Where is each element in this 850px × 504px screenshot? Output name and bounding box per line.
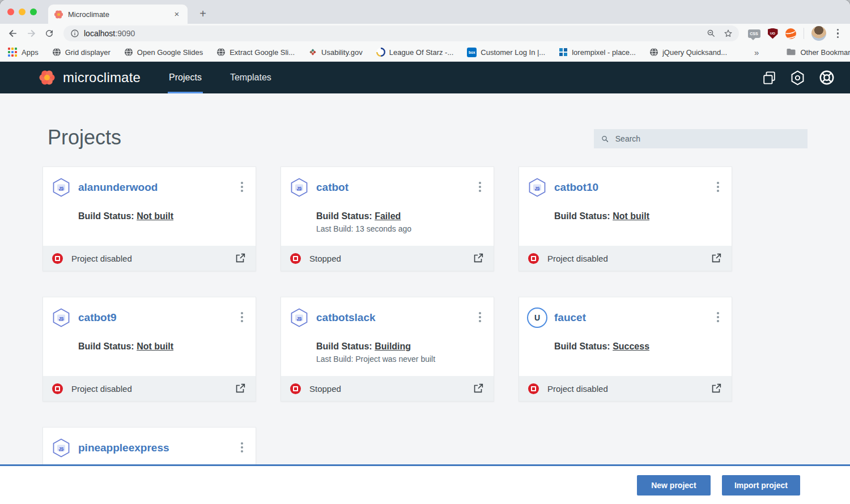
bookmarks-bar: Apps Grid displayer Open Google Slides E… (0, 43, 850, 62)
build-status-row: Build Status: Not built (78, 341, 246, 352)
build-status-label: Build Status: (554, 341, 610, 351)
bookmark-item[interactable]: Extract Google Sli... (216, 48, 295, 57)
search-box[interactable] (594, 129, 808, 148)
favicon-swirl-icon (376, 48, 385, 57)
nav-tab-templates[interactable]: Templates (229, 62, 273, 93)
address-bar[interactable]: localhost:9090 (63, 25, 739, 41)
import-project-button[interactable]: Import project (722, 475, 800, 496)
project-name-link[interactable]: alanunderwood (78, 181, 158, 194)
browser-tab[interactable]: Microclimate × (48, 5, 188, 24)
last-build-text: Last Build: Project was never built (316, 354, 484, 364)
open-app-icon[interactable] (710, 252, 722, 264)
build-status-label: Build Status: (316, 341, 372, 351)
project-name-link[interactable]: faucet (554, 311, 586, 324)
project-status-bar: Project disabled (43, 246, 256, 271)
build-status-value[interactable]: Not built (613, 211, 649, 221)
settings-icon[interactable] (789, 70, 806, 86)
js-language-icon: JS (51, 177, 71, 198)
bookmarks-overflow-button[interactable]: » (754, 48, 759, 57)
app-header: microclimate Projects Templates (0, 62, 850, 93)
open-app-icon[interactable] (234, 252, 246, 264)
docs-icon[interactable] (762, 70, 777, 86)
project-status-bar: Project disabled (519, 246, 732, 271)
project-name-link[interactable]: pineappleexpress (78, 442, 169, 454)
close-tab-icon[interactable]: × (172, 9, 182, 19)
build-status-value[interactable]: Building (375, 341, 411, 351)
minimize-window-button[interactable] (19, 8, 26, 15)
project-card: U faucet Build Status: Success Project d… (518, 297, 732, 402)
build-status-value[interactable]: Not built (137, 341, 173, 351)
other-bookmarks-button[interactable]: Other Bookmarks (786, 47, 850, 57)
build-status-label: Build Status: (78, 211, 134, 221)
build-status-row: Build Status: Success (554, 341, 722, 352)
build-status-value[interactable]: Not built (137, 211, 173, 221)
search-input[interactable] (615, 134, 801, 143)
build-status-row: Build Status: Not built (554, 211, 722, 221)
project-status-text: Project disabled (547, 254, 608, 263)
bookmark-item[interactable]: League Of Starz -... (376, 48, 453, 57)
project-status-bar: Project disabled (43, 376, 256, 401)
project-card: JS catbot9 Build Status: Not built Proje… (42, 297, 256, 402)
overflow-menu-icon[interactable] (475, 181, 484, 194)
favicon-box-icon: box (467, 48, 477, 57)
site-info-icon[interactable] (70, 29, 79, 38)
overflow-menu-icon[interactable] (475, 311, 484, 324)
extensions-row: CSS UO (742, 26, 845, 41)
project-name-link[interactable]: catbot9 (78, 311, 117, 324)
build-status-value[interactable]: Success (613, 341, 649, 351)
overflow-menu-icon[interactable] (713, 181, 722, 194)
open-app-icon[interactable] (234, 382, 246, 395)
profile-avatar[interactable] (811, 26, 826, 41)
overflow-menu-icon[interactable] (237, 181, 246, 194)
bookmark-item[interactable]: Open Google Slides (124, 48, 203, 57)
project-name-link[interactable]: catbot (316, 181, 348, 194)
favicon-globe-icon (649, 48, 658, 57)
new-project-button[interactable]: New project (637, 475, 711, 496)
app-nav: Projects Templates (168, 62, 299, 93)
overflow-menu-icon[interactable] (237, 311, 246, 324)
overflow-menu-icon[interactable] (237, 441, 246, 455)
css-extension-icon[interactable]: CSS (748, 29, 760, 38)
stopped-status-icon (52, 253, 63, 264)
open-app-icon[interactable] (710, 382, 722, 395)
bookmark-item[interactable]: Grid displayer (52, 48, 110, 57)
fullscreen-window-button[interactable] (30, 8, 37, 15)
favicon-diamond-icon (308, 48, 317, 57)
js-language-icon: JS (51, 438, 71, 458)
bookmark-item[interactable]: lorempixel - place... (559, 48, 636, 57)
build-status-row: Build Status: Building (316, 341, 484, 352)
project-status-text: Project disabled (547, 384, 608, 394)
open-app-icon[interactable] (472, 382, 484, 395)
toolbar-divider (804, 28, 804, 39)
forward-button[interactable] (24, 26, 39, 41)
bookmark-item[interactable]: jQuery Quicksand... (649, 48, 727, 57)
ublock-extension-icon[interactable]: UO (768, 28, 778, 39)
microclimate-favicon-icon (54, 10, 63, 19)
bookmark-star-icon[interactable] (723, 28, 733, 39)
project-card: JS catbot10 Build Status: Not built Proj… (518, 166, 732, 271)
orange-extension-icon[interactable] (785, 28, 796, 39)
overflow-menu-icon[interactable] (713, 311, 722, 324)
project-name-link[interactable]: catbot10 (554, 181, 598, 194)
new-tab-button[interactable]: + (196, 7, 210, 22)
close-window-button[interactable] (7, 8, 14, 15)
nav-tab-projects[interactable]: Projects (168, 62, 203, 93)
bookmark-item[interactable]: box Customer Log In |... (467, 48, 545, 57)
project-name-link[interactable]: catbotslack (316, 311, 376, 324)
build-status-value[interactable]: Failed (375, 211, 401, 221)
help-icon[interactable] (818, 69, 835, 86)
favicon-globe-icon (124, 48, 133, 57)
bookmark-item[interactable]: Usability.gov (308, 48, 363, 57)
favicon-globe-icon (216, 48, 226, 57)
apps-shortcut[interactable]: Apps (8, 48, 39, 57)
back-button[interactable] (6, 26, 20, 41)
reload-button[interactable] (42, 26, 57, 41)
chrome-menu-icon[interactable] (834, 27, 843, 41)
last-build-text: Last Build: 13 seconds ago (316, 224, 484, 233)
stopped-status-icon (528, 383, 539, 394)
favicon-globe-icon (52, 48, 61, 57)
open-app-icon[interactable] (472, 252, 484, 264)
js-language-icon: JS (289, 307, 309, 328)
favicon-pixels-icon (559, 48, 568, 57)
zoom-out-icon[interactable] (706, 28, 716, 39)
